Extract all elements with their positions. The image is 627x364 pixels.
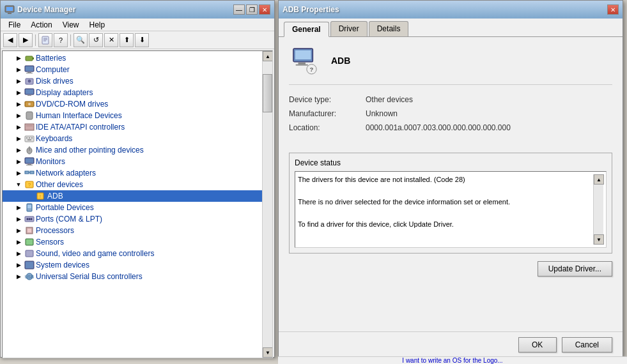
svg-rect-31 (26, 165, 33, 165)
svg-rect-19 (25, 124, 34, 130)
expand-dvd: ▶ (14, 100, 23, 109)
device-manager-title: Device Manager (17, 5, 75, 14)
usb-label: Universal Serial Bus controllers (36, 272, 143, 281)
svg-rect-1 (6, 7, 13, 11)
keyboard-icon (24, 133, 35, 144)
sound-label: Sound, video and game controllers (36, 249, 154, 258)
expand-other-devices: ▼ (14, 180, 23, 189)
processor-icon (24, 225, 35, 236)
forward-button[interactable]: ▶ (19, 33, 33, 47)
tree-item-keyboards[interactable]: ▶ Keyboards (3, 133, 262, 144)
help-menu[interactable]: Help (84, 19, 111, 31)
expand-disk: ▶ (14, 77, 23, 86)
tree-item-display[interactable]: ▶ Display adapters (3, 87, 262, 98)
tab-details[interactable]: Details (369, 21, 409, 36)
title-bar-left: Device Manager (4, 4, 75, 15)
tree-item-adb[interactable]: ! ADB (3, 190, 262, 202)
svg-rect-40 (27, 205, 31, 208)
batteries-icon (24, 53, 35, 63)
expand-processors: ▶ (14, 226, 23, 235)
status-scrollbar[interactable]: ▲ ▼ (593, 174, 603, 245)
svg-rect-49 (25, 261, 34, 269)
update-driver-button[interactable]: Update Driver... (538, 261, 612, 277)
status-scroll-down[interactable]: ▼ (594, 234, 604, 245)
expand-ide: ▶ (14, 123, 23, 132)
tree-item-computer[interactable]: ▶ Computer (3, 64, 262, 75)
svg-rect-21 (25, 136, 34, 142)
adb-label: ADB (47, 192, 63, 201)
computer-icon (24, 64, 35, 75)
disk-icon (24, 76, 35, 86)
expand-hid: ▶ (14, 111, 23, 120)
tree-item-network[interactable]: ▶ Network adapters (3, 167, 262, 179)
tab-general[interactable]: General (284, 22, 329, 37)
scroll-down-arrow[interactable]: ▼ (263, 347, 273, 358)
tree-item-processors[interactable]: ▶ Processors (3, 225, 262, 236)
tree-item-system[interactable]: ▶ System devices (3, 259, 262, 271)
action-menu[interactable]: Action (26, 19, 57, 31)
tree-item-batteries[interactable]: ▶ Batteries (3, 52, 262, 64)
portable-label: Portable Devices (36, 203, 94, 212)
restore-button[interactable]: ❐ (246, 4, 258, 15)
tree-item-disk[interactable]: ▶ Disk drives (3, 75, 262, 87)
tree-item-monitors[interactable]: ▶ Monitors (3, 156, 262, 167)
expand-computer: ▶ (14, 65, 23, 74)
tree-scrollbar[interactable]: ▲ ▼ (262, 51, 272, 358)
location-label: Location: (289, 123, 366, 132)
batteries-label: Batteries (36, 54, 66, 63)
svg-rect-30 (27, 164, 31, 165)
uninstall-button[interactable]: ✕ (104, 33, 118, 47)
update-button[interactable]: ↺ (89, 33, 103, 47)
tree-item-ide[interactable]: ▶ IDE ATA/ATAPI controllers (3, 121, 262, 133)
display-label: Display adapters (36, 88, 93, 97)
tree-item-mice[interactable]: ▶ Mice and other pointing devices (3, 144, 262, 156)
cancel-button[interactable]: Cancel (562, 337, 612, 353)
ide-icon (24, 122, 35, 132)
title-bar-buttons: — ❐ ✕ (233, 4, 270, 15)
bottom-strip[interactable]: I want to write an OS for the Logo... (278, 356, 627, 364)
svg-rect-7 (26, 56, 33, 61)
tree-item-ports[interactable]: ▶ Ports (COM & LPT) (3, 213, 262, 225)
scroll-up-arrow[interactable]: ▲ (263, 51, 273, 61)
tree-item-sensors[interactable]: ▶ Sensors (3, 236, 262, 248)
svg-rect-53 (295, 50, 311, 59)
tab-driver[interactable]: Driver (330, 21, 368, 36)
tree-item-other-devices[interactable]: ▼ ? Other devices (3, 179, 262, 190)
minimize-button[interactable]: — (233, 4, 245, 15)
view-menu[interactable]: View (58, 19, 84, 31)
keyboards-label: Keyboards (36, 134, 72, 143)
tree-item-dvd[interactable]: ▶ DVD/CD-ROM drives (3, 98, 262, 110)
close-button[interactable]: ✕ (259, 4, 270, 15)
help-button[interactable]: ? (54, 33, 68, 47)
dialog-close-button[interactable]: ✕ (607, 4, 619, 15)
status-line1: The drivers for this device are not inst… (298, 176, 465, 183)
driver-update-button[interactable]: ⬆ (120, 33, 134, 47)
tree-item-portable[interactable]: ▶ Portable Devices (3, 202, 262, 213)
svg-point-43 (29, 218, 31, 220)
processors-label: Processors (36, 226, 74, 235)
tree-item-hid[interactable]: ▶ Human Interface Devices (3, 110, 262, 121)
status-scroll-up[interactable]: ▲ (594, 174, 604, 185)
rollback-button[interactable]: ⬇ (135, 33, 149, 47)
file-menu[interactable]: File (3, 19, 26, 31)
svg-rect-55 (296, 64, 308, 66)
expand-display: ▶ (14, 88, 23, 97)
svg-rect-18 (26, 112, 33, 119)
svg-rect-11 (26, 73, 33, 73)
dvd-label: DVD/CD-ROM drives (36, 100, 108, 109)
device-manager-window: Device Manager — ❐ ✕ File Action View He… (0, 0, 275, 358)
scroll-thumb[interactable] (263, 74, 272, 112)
back-button[interactable]: ◀ (3, 33, 17, 47)
svg-text:?: ? (310, 66, 314, 73)
toolbar-sep1 (35, 34, 36, 46)
disk-label: Disk drives (36, 77, 74, 86)
scan-button[interactable]: 🔍 (74, 33, 88, 47)
ok-button[interactable]: OK (518, 337, 557, 353)
tree-item-usb[interactable]: ▶ USB Universal Serial Bus controllers (3, 271, 262, 282)
hid-icon (24, 110, 35, 121)
device-manager-title-bar: Device Manager — ❐ ✕ (1, 1, 274, 19)
svg-rect-3 (42, 36, 49, 44)
tree-item-sound[interactable]: ▶ Sound, video and game controllers (3, 248, 262, 259)
svg-point-44 (31, 218, 33, 220)
properties-button[interactable] (38, 33, 52, 47)
